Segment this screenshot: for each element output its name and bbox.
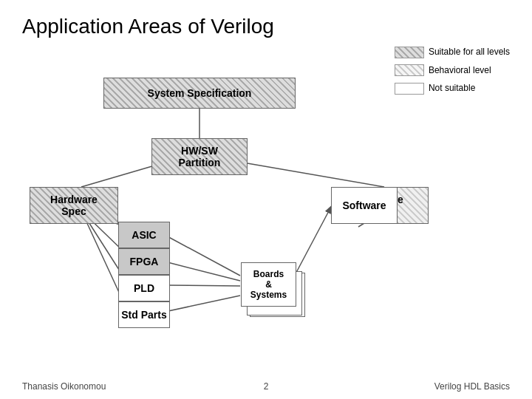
- svg-line-8: [165, 262, 240, 281]
- page: Application Areas of Verilog Suitable fo…: [0, 0, 532, 399]
- svg-line-10: [165, 296, 240, 312]
- pld-box: PLD: [118, 275, 170, 301]
- fpga-box: FPGA: [118, 248, 170, 275]
- legend-item-behavioral: Behavioral level: [395, 63, 510, 79]
- asic-box: ASIC: [118, 222, 170, 248]
- page-title: Application Areas of Verilog: [22, 15, 510, 38]
- hwsw-partition-box: HW/SWPartition: [151, 138, 248, 175]
- std-parts-box: Std Parts: [118, 301, 170, 328]
- software-box: Software: [331, 187, 398, 224]
- svg-line-9: [165, 285, 240, 286]
- boards-box: Boards&Systems: [241, 262, 296, 307]
- svg-line-11: [292, 207, 331, 281]
- system-spec-box: System Specification: [103, 78, 296, 109]
- hw-spec-box: HardwareSpec: [30, 187, 118, 224]
- svg-line-7: [165, 235, 240, 276]
- legend-icon-behavioral: [395, 64, 424, 76]
- legend-item-suitable: Suitable for all levels: [395, 44, 510, 61]
- hw-spec-label: HardwareSpec: [50, 194, 98, 217]
- legend-label-suitable: Suitable for all levels: [429, 44, 510, 61]
- footer-left: Thanasis Oikonomou: [22, 381, 106, 392]
- connectors-svg: [22, 78, 510, 377]
- hwsw-label: HW/SWPartition: [179, 145, 221, 168]
- footer-center: 2: [264, 381, 269, 392]
- diagram: System Specification HW/SWPartition Hard…: [22, 78, 510, 377]
- boards-label: Boards&Systems: [250, 269, 287, 300]
- legend-icon-suitable: [395, 47, 424, 58]
- legend-label-behavioral: Behavioral level: [429, 63, 491, 79]
- footer-right: Verilog HDL Basics: [434, 381, 510, 392]
